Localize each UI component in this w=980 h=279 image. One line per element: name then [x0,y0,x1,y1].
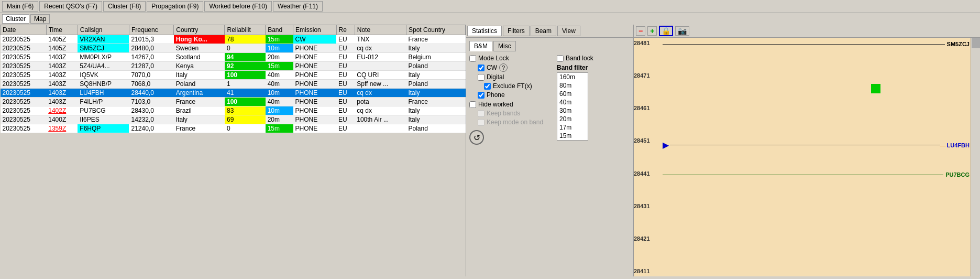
pu7bcg-line [663,175,943,175]
table-row[interactable]: 202305251403ZIQ5VK7070,0Italy10040mPHONE… [1,71,466,80]
wf-minus-button[interactable]: − [636,26,645,36]
waterfall-area: − + 🔒 📷 28481 28471 28461 28451 28441 28… [634,25,980,276]
refresh-icon: ↺ [474,133,480,143]
tab-statistics[interactable]: Statistics [467,26,502,36]
band-80m[interactable]: 80m [557,81,588,90]
hide-worked-checkbox[interactable] [469,101,476,108]
mode-lock-checkbox[interactable] [469,55,476,62]
scrollbar-thumb[interactable] [972,38,980,48]
tab-misc[interactable]: Misc [493,41,516,51]
tab-worked[interactable]: Worked before (F10) [204,1,272,12]
right-panel: Statistics Filters Beam View B&M Misc [466,25,980,276]
right-col: Band lock Band filter 160m 80m 60m 40m 3… [557,55,630,145]
band-160m[interactable]: 160m [557,73,588,81]
refresh-button[interactable]: ↺ [469,130,484,145]
col-time: Time [46,25,78,35]
phone-label: Phone [487,91,505,99]
table-row[interactable]: 202305251403ZF4ILH/P7103,0France10040mPH… [1,98,466,106]
sub-tab-bar: Cluster Map [0,13,980,25]
exclude-ftx-checkbox[interactable] [484,83,491,90]
hide-worked-row: Hide worked [469,101,553,108]
tab-main[interactable]: Main (F6) [2,1,38,12]
digital-checkbox[interactable] [478,74,485,81]
keep-mode-row: Keep mode on band [478,119,553,126]
tab-weather[interactable]: Weather (F11) [273,1,323,12]
band-filter-section: Band filter 160m 80m 60m 40m 30m 20m 17m… [557,64,630,141]
band-15m[interactable]: 15m [557,132,588,140]
sm5zcj-line [663,44,945,45]
keep-bands-checkbox[interactable] [478,110,485,117]
tab-bm[interactable]: B&M [469,41,492,51]
wf-plus-button[interactable]: + [647,26,657,36]
band-content: SM5ZCJ ▶ — LU4FBH PU7BCG [663,38,970,276]
table-row[interactable]: 202305251405ZSM5ZCJ28480,0Sweden010mPHON… [1,44,466,53]
freq-28411: 28411 [634,268,663,274]
tab-cluster[interactable]: Cluster (F8) [103,1,146,12]
freq-28441: 28441 [634,170,663,177]
pu7bcg-label: PU7BCG [945,171,970,178]
band-filter-list[interactable]: 160m 80m 60m 40m 30m 20m 17m 15m 12m 10m [557,72,588,141]
table-row[interactable]: 202305251400ZII6PES14232,0Italy6920mPHON… [1,115,466,124]
tab-beam[interactable]: Beam [531,26,556,36]
table-row[interactable]: 202305251402ZPU7BCG28430,0Brazil8310mPHO… [1,106,466,115]
freq-scale: 28481 28471 28461 28451 28441 28431 2842… [634,38,663,276]
freq-28471: 28471 [634,72,663,79]
band-30m[interactable]: 30m [557,106,588,115]
subtab-map[interactable]: Map [30,14,50,24]
help-icon[interactable]: ? [499,63,508,72]
exclude-ftx-label: Exclude FT(x) [493,82,532,90]
exclude-ftx-row: Exclude FT(x) [484,82,553,90]
waterfall-content: 28481 28471 28461 28451 28441 28431 2842… [634,38,980,276]
keep-bands-label: Keep bands [487,110,520,117]
band-lock-checkbox[interactable] [557,55,564,62]
freq-28431: 28431 [634,203,663,209]
panel-body: Mode Lock CW ? Digital [469,55,630,145]
wf-lock-button[interactable]: 🔒 [659,26,673,36]
table-row[interactable]: 202305251359ZF6HQP21240,0France015mPHONE… [1,124,466,133]
band-20m[interactable]: 20m [557,115,588,123]
main-tab-bar: Main (F6) Recent QSO's (F7) Cluster (F8)… [0,0,980,13]
table-row[interactable]: 202305251403ZLU4FBH28440,0Argentina4110m… [1,89,466,98]
col-band: Band [266,25,293,35]
tab-view[interactable]: View [557,26,580,36]
freq-28421: 28421 [634,235,663,242]
stats-panel: Statistics Filters Beam View B&M Misc [466,25,634,276]
scrollbar[interactable] [971,38,980,276]
table-row[interactable]: 202305251403ZMM0PLX/P14267,0Scotland9420… [1,53,466,62]
band-12m[interactable]: 12m [557,140,588,141]
left-col: Mode Lock CW ? Digital [469,55,553,145]
hide-worked-section: Hide worked Keep bands Keep mode on band [469,101,553,126]
table-row[interactable]: 202305251405ZVR2XAN21015,3Hong Ko...7815… [1,35,466,44]
mode-lock-row: Mode Lock [469,55,553,62]
freq-28451: 28451 [634,137,663,144]
table-row[interactable]: 202305251403ZSQ8HNB/P7068,0Poland140mPHO… [1,80,466,89]
col-date: Date [1,25,47,35]
tab-propagation[interactable]: Propagation (F9) [147,1,203,12]
table-row[interactable]: 202305251403Z5Z4/UA4...21287,0Kenya9215m… [1,62,466,71]
phone-checkbox[interactable] [478,92,485,99]
hide-worked-label: Hide worked [478,101,513,108]
band-60m[interactable]: 60m [557,90,588,98]
pu7bcg-marker: PU7BCG [663,171,970,178]
tab-recent[interactable]: Recent QSO's (F7) [39,1,102,12]
cluster-table: Date Time Callsign Frequenc Country Reli… [0,25,466,276]
col-rel: Reliabilit [225,25,266,35]
waterfall-toolbar: − + 🔒 📷 [634,25,980,38]
cw-row: CW ? [478,63,553,72]
stats-tab-bar: Statistics Filters Beam View [466,25,633,38]
freq-28461: 28461 [634,105,663,111]
col-country: Country [174,25,225,35]
band-40m[interactable]: 40m [557,98,588,106]
tab-filters[interactable]: Filters [503,26,530,36]
keep-mode-label: Keep mode on band [487,119,543,126]
lu4fbh-label: LU4FBH [947,142,970,148]
freq-28481: 28481 [634,40,663,46]
wf-camera-button[interactable]: 📷 [675,26,689,36]
col-re: Re [336,25,355,35]
main-layout: Date Time Callsign Frequenc Country Reli… [0,25,980,276]
cw-checkbox[interactable] [478,65,485,71]
keep-mode-checkbox[interactable] [478,119,485,126]
arrow-icon: ▶ [663,140,669,150]
subtab-cluster[interactable]: Cluster [2,14,29,24]
band-17m[interactable]: 17m [557,123,588,132]
